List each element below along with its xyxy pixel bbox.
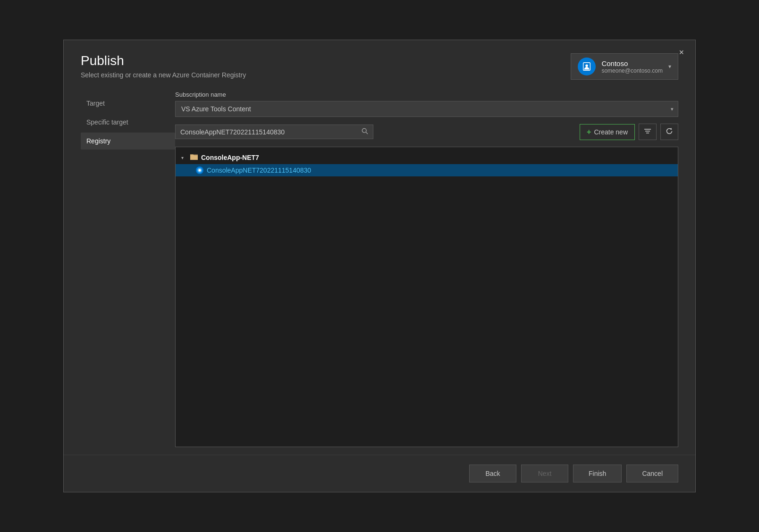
toolbar-right: + Create new [580,124,678,140]
subscription-label: Subscription name [175,91,678,98]
subscription-field: Subscription name VS Azure Tools Content… [175,91,678,117]
registry-label: ConsoleAppNET720221115140830 [207,166,311,174]
content-area: Target Specific target Registry Subscrip… [64,80,695,447]
tree-container: ▾ ConsoleApp-NET7 [175,147,678,447]
sidebar: Target Specific target Registry [81,91,175,447]
account-email: someone@contoso.com [601,67,663,74]
search-input[interactable] [180,128,360,136]
subscription-select[interactable]: VS Azure Tools Content [175,101,678,117]
account-name: Contoso [601,59,663,67]
back-button[interactable]: Back [469,465,516,482]
sidebar-item-target[interactable]: Target [81,95,175,112]
expand-icon: ▾ [181,155,187,160]
search-toolbar-row: + Create new [175,124,678,140]
finish-button[interactable]: Finish [573,465,622,482]
tree-item-registry[interactable]: ConsoleAppNET720221115140830 [176,164,678,176]
sidebar-item-specific-target[interactable]: Specific target [81,114,175,131]
create-new-button[interactable]: + Create new [580,124,635,140]
footer: Back Next Finish Cancel [64,455,695,492]
svg-line-3 [366,132,368,134]
folder-label: ConsoleApp-NET7 [201,154,259,161]
svg-point-1 [586,64,589,67]
title-section: Publish Select existing or create a new … [81,53,571,79]
search-wrapper [175,125,373,139]
svg-point-9 [199,169,201,172]
tree-item-folder[interactable]: ▾ ConsoleApp-NET7 [176,151,678,164]
sidebar-item-registry[interactable]: Registry [81,133,175,150]
create-new-label: Create new [594,128,628,136]
cancel-button[interactable]: Cancel [626,465,678,482]
account-info: Contoso someone@contoso.com [601,59,663,74]
main-content: Subscription name VS Azure Tools Content… [175,91,678,447]
svg-point-2 [362,128,366,133]
account-chevron-icon: ▾ [668,63,671,70]
close-button[interactable]: × [675,46,688,59]
registry-icon [195,166,204,175]
publish-dialog: × Publish Select existing or create a ne… [63,40,696,492]
filter-button[interactable] [639,124,657,140]
plus-icon: + [587,128,591,136]
next-button[interactable]: Next [521,465,568,482]
dialog-subtitle: Select existing or create a new Azure Co… [81,71,571,79]
account-section[interactable]: Contoso someone@contoso.com ▾ [571,53,678,80]
dialog-title: Publish [81,53,571,68]
title-bar: Publish Select existing or create a new … [64,40,695,80]
search-icon [362,128,368,136]
account-icon [578,58,596,75]
refresh-button[interactable] [660,124,678,140]
subscription-select-wrapper: VS Azure Tools Content ▾ [175,101,678,117]
folder-icon [190,153,198,162]
